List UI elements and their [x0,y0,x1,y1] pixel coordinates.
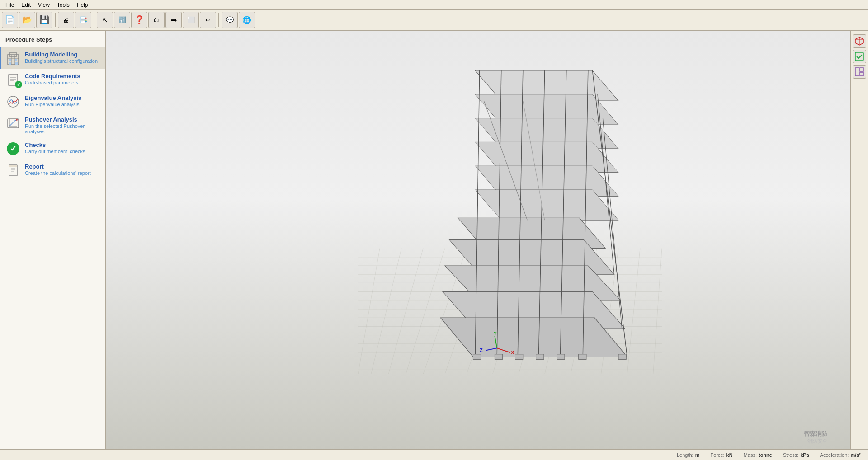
menu-help[interactable]: Help [73,1,92,9]
status-length-label: Length: [677,452,693,458]
svg-marker-61 [440,318,627,357]
statusbar: Length: m Force: kN Mass: tonne Stress: … [0,449,868,460]
svg-text:X: X [510,350,514,355]
print2-button[interactable]: 📑 [75,12,91,28]
shape-button[interactable]: ⬜ [183,12,199,28]
status-mass-label: Mass: [744,452,757,458]
report-text: Report Create the calculations' report [25,163,91,176]
svg-rect-73 [515,354,523,360]
watermark-line1: 智森消防 [804,430,827,438]
sidebar: Procedure Steps Building Modelli [0,31,106,449]
pushover-subtitle: Run the selected Pushover analyses [25,123,101,134]
toolbar-tools-group: ↖ 🔢 ❓ 🗂 ➡ ⬜ ↩ [97,12,216,28]
toolbar-comm-group: 💬 🌐 [222,12,255,28]
globe-button[interactable]: 🌐 [239,12,255,28]
toolbar-file-group: 📄 📂 💾 [2,12,52,28]
eigenvalue-icon [6,94,20,109]
svg-rect-77 [618,354,626,360]
checks-green-circle: ✓ [7,142,19,155]
svg-rect-72 [495,354,502,360]
svg-rect-74 [536,354,543,360]
status-force-label: Force: [710,452,724,458]
chat-button[interactable]: 💬 [222,12,238,28]
status-stress: Stress: kPa [783,452,809,458]
checks-icon: ✓ [6,141,20,156]
status-length: Length: m [677,452,699,458]
svg-rect-87 [855,52,863,61]
watermark-line2: 消防安全 [804,438,827,445]
svg-rect-75 [557,354,564,360]
svg-line-39 [388,249,423,374]
report-icon [6,163,20,178]
eigenvalue-text: Eigenvalue Analysis Run Eigenvalue analy… [25,94,81,107]
main-layout: Procedure Steps Building Modelli [0,31,868,449]
layers-button[interactable]: 🗂 [148,12,165,28]
help-button[interactable]: ❓ [131,12,147,28]
cursor-button[interactable]: ↖ [97,12,113,28]
status-acceleration-value: m/s² [850,452,861,458]
status-force: Force: kN [710,452,732,458]
code-requirements-subtitle: Code-based parameters [25,80,80,85]
pushover-title: Pushover Analysis [25,116,101,123]
new-button[interactable]: 📄 [2,12,18,28]
status-stress-value: kPa [800,452,809,458]
toolbar: 📄 📂 💾 🖨 📑 ↖ 🔢 ❓ 🗂 ➡ ⬜ ↩ 💬 🌐 [0,10,868,31]
status-force-value: kN [726,452,733,458]
sidebar-item-checks[interactable]: ✓ Checks Carry out members' checks [0,138,105,160]
toolbar-sep-2 [94,13,94,27]
building-modelling-text: Building Modelling Building's structural… [25,51,98,64]
svg-rect-90 [860,72,863,76]
code-requirements-icon: ✓ [6,73,20,87]
status-stress-label: Stress: [783,452,798,458]
move-button[interactable]: ↩ [200,12,216,28]
sidebar-item-report[interactable]: Report Create the calculations' report [0,160,105,181]
menu-file[interactable]: File [2,1,18,9]
status-mass-value: tonne [759,452,772,458]
code-check-icon: ✓ [15,81,22,88]
svg-line-49 [627,249,640,374]
toolbar-print-group: 🖨 📑 [58,12,91,28]
report-title: Report [25,163,91,170]
svg-point-17 [16,119,18,121]
viewport[interactable]: X Y Z 智森消防 消防安全 [106,31,850,449]
watermark: 智森消防 消防安全 [804,430,827,445]
building-modelling-icon [6,51,20,66]
menubar: File Edit View Tools Help [0,0,868,10]
toolbar-sep-3 [218,13,219,27]
open-button[interactable]: 📂 [19,12,35,28]
svg-line-38 [371,249,401,374]
svg-rect-22 [9,165,17,167]
sidebar-item-building-modelling[interactable]: Building Modelling Building's structural… [0,47,105,69]
menu-tools[interactable]: Tools [53,1,73,9]
svg-line-50 [653,249,661,374]
svg-rect-76 [578,354,586,360]
status-mass: Mass: tonne [744,452,772,458]
print-button[interactable]: 🖨 [58,12,74,28]
svg-rect-89 [860,68,863,71]
status-acceleration: Acceleration: m/s² [820,452,861,458]
svg-text:Y: Y [493,331,497,336]
sidebar-item-code-requirements[interactable]: ✓ Code Requirements Code-based parameter… [0,69,105,91]
building-3d-view: X Y Z [352,49,668,374]
menu-edit[interactable]: Edit [18,1,34,9]
toolbar-sep-1 [55,13,56,27]
svg-line-37 [358,249,380,374]
code-requirements-text: Code Requirements Code-based parameters [25,73,80,85]
sidebar-item-pushover-analysis[interactable]: Pushover Analysis Run the selected Pusho… [0,113,105,138]
svg-rect-8 [9,59,11,61]
svg-rect-6 [9,62,11,65]
menu-view[interactable]: View [34,1,53,9]
report-subtitle: Create the calculations' report [25,170,91,176]
eigenvalue-subtitle: Run Eigenvalue analysis [25,102,81,107]
checks-text: Checks Carry out members' checks [25,141,85,154]
pushover-icon [6,116,20,131]
building-modelling-subtitle: Building's structural configuration [25,58,98,64]
eigenvalue-title: Eigenvalue Analysis [25,94,81,101]
save-button[interactable]: 💾 [36,12,52,28]
svg-rect-7 [15,62,18,65]
calc-button[interactable]: 🔢 [114,12,130,28]
sidebar-splitter[interactable] [864,0,868,460]
arrow-button[interactable]: ➡ [165,12,182,28]
sidebar-item-eigenvalue-analysis[interactable]: Eigenvalue Analysis Run Eigenvalue analy… [0,91,105,113]
checks-title: Checks [25,141,85,148]
